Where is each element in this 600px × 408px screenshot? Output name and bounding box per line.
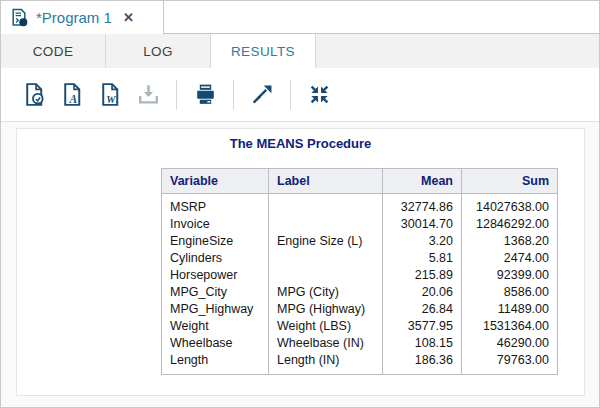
results-panel: The MEANS Procedure Variable Label Mean … [16, 128, 585, 396]
download-html-file-icon [21, 81, 48, 108]
tab-separator [315, 34, 316, 68]
table-row: EngineSizeEngine Size (L)3.201368.20 [162, 233, 558, 250]
download-html-button[interactable] [15, 76, 53, 114]
cell-mean: 3.20 [383, 233, 462, 250]
col-header-variable: Variable [162, 169, 269, 194]
tab-code[interactable]: CODE [1, 34, 105, 68]
toolbar-separator [290, 80, 291, 110]
sas-program-icon [10, 8, 29, 27]
cell-variable: Wheelbase [162, 335, 269, 352]
table-row: WheelbaseWheelbase (IN)108.1546290.00 [162, 335, 558, 352]
cell-label [269, 250, 383, 267]
svg-text:A: A [68, 93, 77, 105]
tab-results[interactable]: RESULTS [211, 34, 315, 68]
cell-sum: 11489.00 [462, 301, 558, 318]
download-pdf-file-icon: A [59, 81, 86, 108]
collapse-button[interactable] [300, 76, 338, 114]
means-table-body: MSRP32774.8614027638.00Invoice30014.7012… [162, 194, 558, 375]
cell-mean: 108.15 [383, 335, 462, 352]
cell-variable: Weight [162, 318, 269, 335]
download-word-button[interactable]: W [91, 76, 129, 114]
document-tabbar: *Program 1 ✕ [1, 1, 599, 34]
cell-label: Length (IN) [269, 352, 383, 375]
cell-sum: 46290.00 [462, 335, 558, 352]
cell-mean: 30014.70 [383, 216, 462, 233]
cell-label: MPG (City) [269, 284, 383, 301]
cell-label [269, 267, 383, 284]
view-tabs: CODE LOG RESULTS [1, 34, 599, 68]
table-row: Cylinders5.812474.00 [162, 250, 558, 267]
open-in-new-window-button[interactable] [243, 76, 281, 114]
toolbar-separator [233, 80, 234, 110]
download-icon [135, 81, 162, 108]
cell-variable: Invoice [162, 216, 269, 233]
cell-variable: EngineSize [162, 233, 269, 250]
cell-label [269, 216, 383, 233]
col-header-sum: Sum [462, 169, 558, 194]
col-header-mean: Mean [383, 169, 462, 194]
print-icon [192, 81, 219, 108]
cell-mean: 3577.95 [383, 318, 462, 335]
app-window: *Program 1 ✕ CODE LOG RESULTS [0, 0, 600, 408]
cell-sum: 79763.00 [462, 352, 558, 375]
table-row: WeightWeight (LBS)3577.951531364.00 [162, 318, 558, 335]
col-header-label: Label [269, 169, 383, 194]
cell-sum: 8586.00 [462, 284, 558, 301]
cell-sum: 1531364.00 [462, 318, 558, 335]
table-row: MPG_CityMPG (City)20.068586.00 [162, 284, 558, 301]
collapse-icon [306, 81, 333, 108]
table-row: MPG_HighwayMPG (Highway)26.8411489.00 [162, 301, 558, 318]
svg-text:W: W [106, 94, 116, 105]
cell-mean: 5.81 [383, 250, 462, 267]
table-row: MSRP32774.8614027638.00 [162, 194, 558, 217]
table-row: Horsepower215.8992399.00 [162, 267, 558, 284]
cell-sum: 92399.00 [462, 267, 558, 284]
toolbar-separator [176, 80, 177, 110]
cell-variable: MPG_Highway [162, 301, 269, 318]
print-button[interactable] [186, 76, 224, 114]
download-button [129, 76, 167, 114]
cell-sum: 1368.20 [462, 233, 558, 250]
cell-label: Engine Size (L) [269, 233, 383, 250]
program-tab-title: *Program 1 [36, 9, 112, 26]
table-row: Invoice30014.7012846292.00 [162, 216, 558, 233]
cell-mean: 32774.86 [383, 194, 462, 217]
cell-sum: 12846292.00 [462, 216, 558, 233]
cell-sum: 2474.00 [462, 250, 558, 267]
download-pdf-button[interactable]: A [53, 76, 91, 114]
download-word-file-icon: W [97, 81, 124, 108]
results-content: The MEANS Procedure Variable Label Mean … [1, 122, 599, 407]
cell-mean: 215.89 [383, 267, 462, 284]
tab-log[interactable]: LOG [106, 34, 210, 68]
cell-mean: 186.36 [383, 352, 462, 375]
results-toolbar: A W [1, 68, 599, 122]
cell-variable: Length [162, 352, 269, 375]
cell-label: MPG (Highway) [269, 301, 383, 318]
program-tab[interactable]: *Program 1 ✕ [1, 1, 164, 34]
cell-mean: 20.06 [383, 284, 462, 301]
cell-variable: MPG_City [162, 284, 269, 301]
close-icon[interactable]: ✕ [123, 10, 134, 25]
open-in-new-window-icon [249, 81, 276, 108]
cell-variable: Cylinders [162, 250, 269, 267]
means-table-header: Variable Label Mean Sum [162, 169, 558, 194]
cell-mean: 26.84 [383, 301, 462, 318]
cell-label: Wheelbase (IN) [269, 335, 383, 352]
cell-variable: Horsepower [162, 267, 269, 284]
cell-label [269, 194, 383, 217]
means-table: Variable Label Mean Sum MSRP32774.861402… [161, 168, 558, 375]
table-row: LengthLength (IN)186.3679763.00 [162, 352, 558, 375]
cell-label: Weight (LBS) [269, 318, 383, 335]
cell-sum: 14027638.00 [462, 194, 558, 217]
procedure-title: The MEANS Procedure [17, 136, 584, 151]
cell-variable: MSRP [162, 194, 269, 217]
